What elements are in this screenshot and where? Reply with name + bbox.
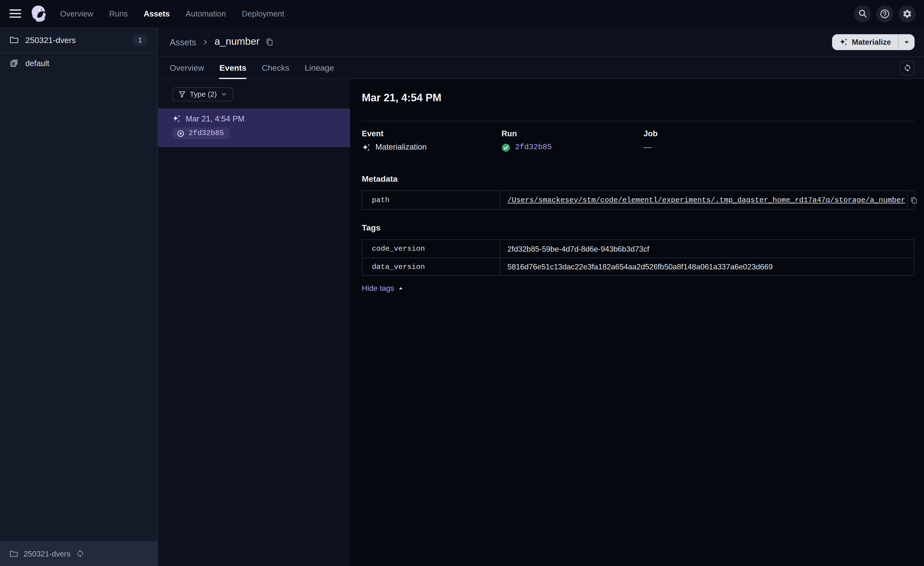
metadata-key: path xyxy=(363,191,500,209)
event-item-timestamp: Mar 21, 4:54 PM xyxy=(186,114,244,123)
hide-tags-link[interactable]: Hide tags xyxy=(362,283,404,292)
materialization-sparkle-icon xyxy=(172,114,181,123)
gear-icon xyxy=(902,9,912,18)
nav-item-overview[interactable]: Overview xyxy=(60,9,93,18)
materialize-button-label: Materialize xyxy=(852,38,891,46)
primary-nav: Overview Runs Assets Automation Deployme… xyxy=(60,9,284,18)
sidebar-item-group-default[interactable]: default xyxy=(0,53,158,73)
materialization-sparkle-icon xyxy=(362,143,370,152)
folder-icon xyxy=(9,35,19,44)
copy-asset-key-button[interactable] xyxy=(265,38,274,46)
copy-icon xyxy=(265,38,274,46)
event-item-run-id: 2fd32b85 xyxy=(189,129,224,137)
search-icon xyxy=(858,9,867,18)
sidebar-footer: 250321-dvers xyxy=(0,541,158,566)
top-nav: Overview Runs Assets Automation Deployme… xyxy=(0,0,924,27)
tag-key: data_version xyxy=(363,258,500,275)
tag-value: 5816d76e51c13dac22e3fa182a654aa2d526fb50… xyxy=(507,262,773,271)
help-button[interactable] xyxy=(876,5,893,22)
dagster-app: Overview Runs Assets Automation Deployme… xyxy=(0,0,924,566)
filter-label: Type (2) xyxy=(190,90,217,98)
settings-button[interactable] xyxy=(899,5,916,22)
event-detail-title: Mar 21, 4:54 PM xyxy=(362,91,915,105)
tag-value: 2fd32b85-59be-4d7d-8d6e-943b6b3d73cf xyxy=(507,244,649,253)
tab-events[interactable]: Events xyxy=(219,57,246,78)
nav-item-runs[interactable]: Runs xyxy=(109,9,128,18)
asset-tabs: Overview Events Checks Lineage xyxy=(158,57,924,79)
search-button[interactable] xyxy=(854,5,871,22)
asset-group-icon xyxy=(9,58,19,68)
dagster-logo[interactable] xyxy=(30,5,48,23)
filter-funnel-icon xyxy=(178,91,186,98)
tags-table: code_version 2fd32b85-59be-4d7d-8d6e-943… xyxy=(362,239,915,276)
app-viewport: Overview Runs Assets Automation Deployme… xyxy=(0,0,924,566)
column-header-job: Job xyxy=(644,129,915,139)
event-type-label: Materialization xyxy=(375,142,426,153)
event-list-panel: Type (2) Mar 21, 4:54 PM xyxy=(158,79,350,566)
breadcrumb-assets-link[interactable]: Assets xyxy=(170,37,196,47)
group-label: default xyxy=(25,59,49,67)
asset-count-badge: 1 xyxy=(132,34,148,46)
run-status-icon xyxy=(177,129,184,137)
tab-checks[interactable]: Checks xyxy=(262,57,289,78)
asset-catalog-sidebar: 250321-dvers 1 default 250321-dvers xyxy=(0,27,158,566)
metadata-table: path /Users/smackesey/stm/code/elementl/… xyxy=(362,190,915,210)
help-icon xyxy=(880,9,890,18)
metadata-row-gutter xyxy=(907,191,914,209)
table-row: path /Users/smackesey/stm/code/elementl/… xyxy=(363,191,914,209)
event-item-run-pill[interactable]: 2fd32b85 xyxy=(172,127,230,139)
event-detail-panel: Mar 21, 4:54 PM Event Materi xyxy=(350,79,924,566)
caret-down-icon xyxy=(903,39,910,45)
table-row: data_version 5816d76e51c13dac22e3fa182a6… xyxy=(363,258,914,275)
run-success-check-icon xyxy=(502,143,510,152)
detail-divider xyxy=(362,121,915,122)
job-empty-value: — xyxy=(644,142,652,153)
materialize-dropdown-button[interactable] xyxy=(899,34,915,50)
tab-lineage[interactable]: Lineage xyxy=(304,57,334,78)
asset-key-title: a_number xyxy=(214,36,260,48)
hide-tags-label: Hide tags xyxy=(362,283,394,292)
tags-heading: Tags xyxy=(362,223,915,232)
refresh-events-button[interactable] xyxy=(900,60,915,75)
nav-item-assets[interactable]: Assets xyxy=(144,9,170,18)
metadata-heading: Metadata xyxy=(362,174,915,184)
reload-location-icon[interactable] xyxy=(76,549,84,558)
top-nav-actions xyxy=(854,5,916,22)
materialize-button[interactable]: Materialize xyxy=(832,34,898,50)
asset-page-header: Assets a_number xyxy=(158,27,924,57)
column-header-run: Run xyxy=(502,129,644,139)
nav-item-automation[interactable]: Automation xyxy=(186,9,226,18)
materialize-split-button: Materialize xyxy=(832,34,915,50)
sidebar-item-code-location[interactable]: 250321-dvers 1 xyxy=(0,27,158,53)
footer-code-location-label: 250321-dvers xyxy=(24,549,70,558)
run-id-link[interactable]: 2fd32b85 xyxy=(515,142,552,153)
tag-key: code_version xyxy=(363,240,500,258)
folder-icon xyxy=(9,549,18,558)
event-type-filter-button[interactable]: Type (2) xyxy=(172,87,233,101)
column-header-event: Event xyxy=(362,129,501,139)
metadata-path-link[interactable]: /Users/smackesey/stm/code/elementl/exper… xyxy=(507,196,905,204)
hamburger-menu-icon[interactable] xyxy=(9,9,21,18)
chevron-down-icon xyxy=(221,91,227,97)
table-row: code_version 2fd32b85-59be-4d7d-8d6e-943… xyxy=(363,240,914,258)
breadcrumb-chevron-icon xyxy=(201,38,210,46)
tab-overview[interactable]: Overview xyxy=(170,57,204,78)
refresh-icon xyxy=(903,64,911,72)
code-location-label: 250321-dvers xyxy=(25,35,76,44)
caret-up-icon xyxy=(398,285,404,291)
dagster-octopus-icon xyxy=(30,5,48,23)
materialize-sparkle-icon xyxy=(839,38,848,46)
event-list-item-selected[interactable]: Mar 21, 4:54 PM 2fd32b85 xyxy=(158,108,350,147)
nav-item-deployment[interactable]: Deployment xyxy=(242,9,284,18)
